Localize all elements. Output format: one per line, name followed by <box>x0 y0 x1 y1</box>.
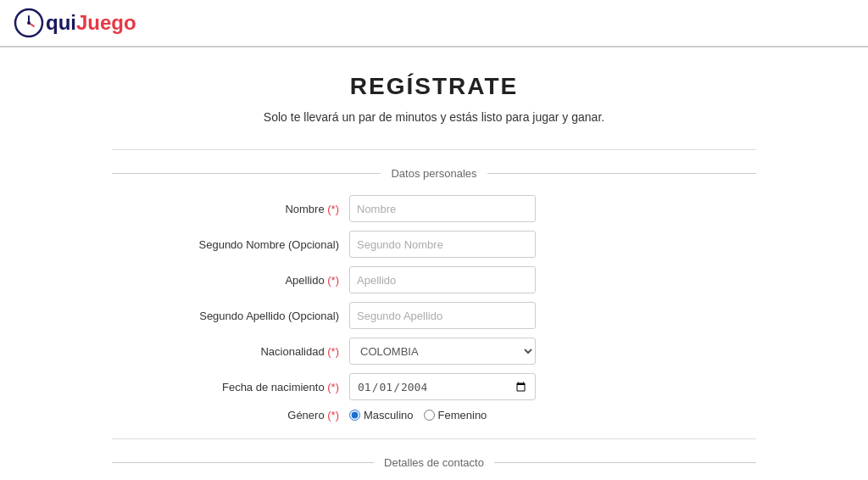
femenino-radio[interactable] <box>424 410 435 421</box>
fecha-nacimiento-row: Fecha de nacimiento (*) <box>112 373 756 400</box>
apellido-label: Apellido (*) <box>112 274 349 287</box>
nacionalidad-select[interactable]: COLOMBIA ARGENTINA MEXICO PERU <box>349 338 536 365</box>
nacionalidad-label: Nacionalidad (*) <box>112 345 349 358</box>
page-subtitle: Solo te llevará un par de minutos y está… <box>112 110 756 124</box>
segundo-nombre-label: Segundo Nombre (Opcional) <box>112 238 349 251</box>
fecha-required: (*) <box>327 381 339 393</box>
nombre-input[interactable] <box>349 195 536 222</box>
divider-middle <box>112 438 756 439</box>
logo-qui-text: qui <box>46 11 76 34</box>
nombre-required: (*) <box>327 203 339 215</box>
section-title-contact: Detalles de contacto <box>374 456 494 469</box>
segundo-apellido-label: Segundo Apellido (Opcional) <box>112 310 349 322</box>
femenino-label[interactable]: Femenino <box>438 409 487 421</box>
personal-data-section: Datos personales Nombre (*) Segundo Nomb… <box>112 167 756 421</box>
nacionalidad-row: Nacionalidad (*) COLOMBIA ARGENTINA MEXI… <box>112 338 756 365</box>
genero-field: Masculino Femenino <box>349 409 756 421</box>
segundo-nombre-row: Segundo Nombre (Opcional) <box>112 231 756 258</box>
contact-line-left <box>112 462 374 463</box>
apellido-required: (*) <box>327 274 339 287</box>
logo: quiJuego <box>14 8 136 38</box>
nombre-field <box>349 195 756 222</box>
fecha-nacimiento-label: Fecha de nacimiento (*) <box>112 381 349 393</box>
divider-top <box>112 149 756 150</box>
apellido-field <box>349 266 756 293</box>
segundo-nombre-field <box>349 231 756 258</box>
segundo-apellido-field <box>349 302 756 329</box>
contact-section: Detalles de contacto Móvil (*) Municipio… <box>112 456 756 480</box>
genero-required: (*) <box>327 409 339 421</box>
header: quiJuego <box>0 0 868 47</box>
nacionalidad-field: COLOMBIA ARGENTINA MEXICO PERU <box>349 338 756 365</box>
apellido-row: Apellido (*) <box>112 266 756 293</box>
nombre-row: Nombre (*) <box>112 195 756 222</box>
section-header-personal: Datos personales <box>112 167 756 180</box>
fecha-nacimiento-field <box>349 373 756 400</box>
svg-point-4 <box>27 21 31 25</box>
genero-row: Género (*) Masculino Femenino <box>112 409 756 421</box>
genero-radio-group: Masculino Femenino <box>349 409 756 421</box>
section-line-right <box>487 173 756 174</box>
section-line-left <box>112 173 381 174</box>
logo-icon <box>14 8 44 38</box>
logo-juego-text: Juego <box>76 11 136 34</box>
apellido-input[interactable] <box>349 266 536 293</box>
segundo-apellido-input[interactable] <box>349 302 536 329</box>
masculino-label[interactable]: Masculino <box>364 409 414 421</box>
segundo-nombre-input[interactable] <box>349 231 536 258</box>
section-header-contact: Detalles de contacto <box>112 456 756 469</box>
nombre-label: Nombre (*) <box>112 203 349 215</box>
segundo-apellido-row: Segundo Apellido (Opcional) <box>112 302 756 329</box>
fecha-nacimiento-input[interactable] <box>349 373 536 400</box>
masculino-radio[interactable] <box>349 410 360 421</box>
contact-line-right <box>494 462 756 463</box>
genero-label: Género (*) <box>112 409 349 421</box>
section-title-personal: Datos personales <box>381 167 487 180</box>
nacionalidad-required: (*) <box>327 345 339 358</box>
page-title: REGÍSTRATE <box>112 73 756 100</box>
main-content: REGÍSTRATE Solo te llevará un par de min… <box>95 47 773 480</box>
